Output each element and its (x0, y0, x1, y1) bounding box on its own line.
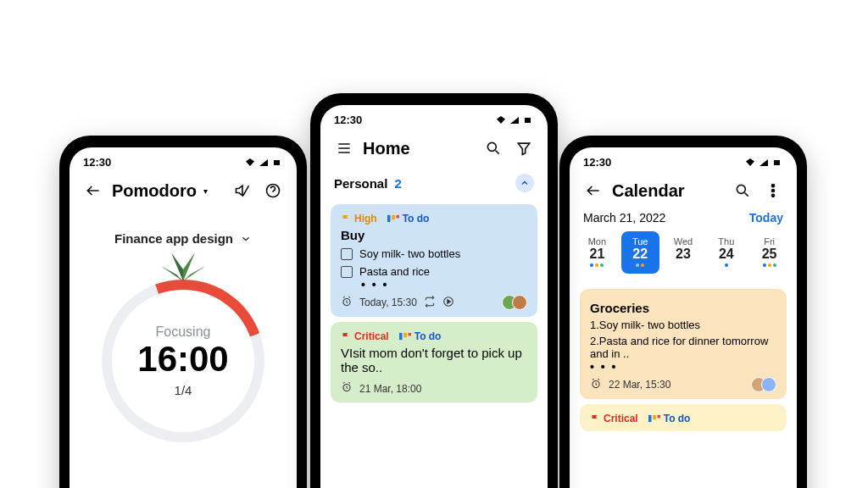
priority-label: Critical (604, 413, 638, 424)
task-card-buy[interactable]: High To do Buy Soy milk- two bottles Pas… (331, 204, 537, 317)
signal-icon (258, 158, 270, 168)
status-icons (244, 158, 283, 168)
subtask-item[interactable]: Pasta and rice (341, 265, 527, 278)
list-line: 1.Soy milk- two bottles (590, 319, 776, 331)
search-button[interactable] (481, 136, 505, 160)
battery-icon (522, 115, 534, 125)
pomodoro-task-label: Finance app design (114, 231, 233, 246)
svg-rect-21 (657, 415, 660, 419)
due-label: 22 Mar, 15:30 (609, 379, 670, 391)
phone-pomodoro: 12:30 Pomodoro ▾ (59, 136, 307, 488)
svg-rect-2 (525, 118, 531, 123)
status-icons (495, 115, 534, 125)
filter-icon (515, 140, 532, 157)
menu-button[interactable] (332, 136, 356, 160)
signal-icon (758, 158, 770, 168)
day-cell-wed[interactable]: Wed 23 (665, 231, 703, 274)
pomodoro-task-picker[interactable]: Finance app design (70, 231, 297, 246)
wifi-icon (495, 115, 507, 125)
clock: 12:30 (83, 156, 111, 169)
kanban-chip: To do (399, 330, 442, 342)
back-button[interactable] (81, 179, 105, 202)
week-strip: Mon 21 Tue 22 Wed 23 Thu 24 (570, 231, 797, 282)
avatar (761, 377, 776, 392)
home-topbar: Home (320, 130, 548, 169)
svg-rect-13 (774, 160, 780, 165)
kanban-chip: To do (387, 213, 430, 225)
calendar-date: March 21, 2022 (583, 211, 665, 225)
status-icons (744, 158, 783, 168)
battery-icon (271, 158, 283, 168)
back-button[interactable] (581, 179, 605, 202)
checkbox[interactable] (341, 266, 353, 278)
svg-rect-11 (408, 333, 411, 336)
priority-flag-critical: Critical (590, 413, 638, 424)
section-header-personal[interactable]: Personal 2 (320, 169, 548, 199)
kanban-icon (399, 331, 411, 341)
priority-label: Critical (354, 330, 389, 342)
section-count: 2 (394, 176, 401, 191)
signal-icon (509, 115, 520, 125)
repeat-icon (424, 296, 436, 310)
section-name: Personal (334, 176, 387, 191)
task-title: Buy (341, 228, 527, 242)
day-cell-tue[interactable]: Tue 22 (621, 231, 659, 274)
svg-rect-19 (648, 415, 652, 422)
pomodoro-timer[interactable]: Focusing 16:00 1/4 (90, 268, 276, 454)
play-icon[interactable] (442, 296, 454, 310)
menu-icon (336, 140, 353, 157)
kanban-icon (387, 214, 399, 224)
svg-rect-5 (392, 215, 395, 219)
status-bar: 12:30 (570, 147, 797, 172)
mute-button[interactable] (231, 179, 254, 202)
filter-button[interactable] (512, 136, 536, 160)
subtask-label: Soy milk- two bottles (359, 247, 460, 260)
phone-home: 12:30 Home (310, 93, 558, 488)
today-button[interactable]: Today (749, 211, 783, 225)
help-icon (264, 182, 281, 199)
checkbox[interactable] (341, 248, 353, 260)
task-card-partial[interactable]: Critical To do (580, 404, 787, 431)
day-cell-mon[interactable]: Mon 21 (578, 231, 616, 274)
volume-off-icon (234, 182, 251, 199)
flag-icon (341, 214, 351, 224)
subtask-label: Pasta and rice (359, 265, 430, 278)
priority-flag-critical: Critical (341, 330, 389, 342)
svg-rect-9 (399, 333, 403, 340)
svg-rect-10 (403, 333, 407, 337)
kanban-label: To do (664, 413, 691, 424)
battery-icon (771, 158, 783, 168)
arrow-left-icon (585, 182, 602, 199)
more-subtasks: • • • (361, 281, 527, 288)
priority-flag-high: High (341, 213, 377, 225)
task-card-visit[interactable]: Critical To do VIsit mom don't forget to… (331, 322, 537, 402)
alarm-icon (341, 381, 353, 396)
day-cell-thu[interactable]: Thu 24 (707, 231, 745, 274)
kanban-label: To do (415, 330, 442, 342)
search-icon (734, 182, 751, 199)
subtask-item[interactable]: Soy milk- two bottles (341, 247, 527, 260)
priority-label: High (354, 213, 377, 225)
kanban-chip: To do (648, 413, 691, 424)
svg-point-15 (772, 185, 775, 187)
pomodoro-cycle: 1/4 (175, 383, 192, 397)
due-label: 21 Mar, 18:00 (359, 383, 421, 395)
svg-point-17 (772, 194, 775, 197)
assignees (507, 295, 527, 310)
wifi-icon (744, 158, 756, 168)
wifi-icon (244, 158, 256, 168)
search-button[interactable] (731, 179, 754, 202)
more-button[interactable] (761, 179, 785, 202)
assignees (756, 377, 776, 392)
clock: 12:30 (334, 114, 362, 126)
dropdown-icon[interactable]: ▾ (203, 186, 208, 196)
kanban-icon (648, 413, 660, 424)
svg-point-16 (772, 190, 775, 192)
day-cell-fri[interactable]: Fri 25 (750, 231, 788, 274)
help-button[interactable] (261, 179, 285, 202)
task-card-groceries[interactable]: Groceries 1.Soy milk- two bottles 2.Past… (580, 289, 787, 399)
clock: 12:30 (583, 156, 611, 169)
status-bar: 12:30 (320, 105, 548, 130)
collapse-button[interactable] (515, 174, 534, 192)
flag-icon (590, 413, 600, 424)
